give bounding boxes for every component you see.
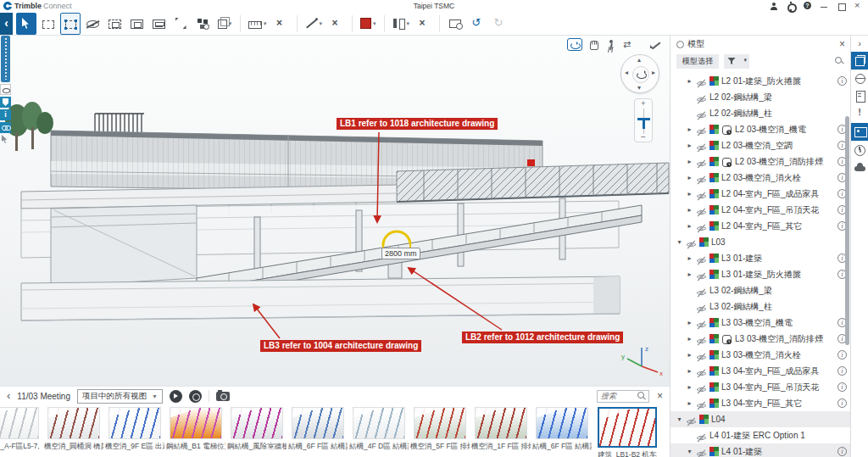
visibility-off-icon[interactable] bbox=[696, 141, 707, 150]
nav-up-icon[interactable]: ▴ bbox=[637, 56, 641, 64]
expand-arrow-icon[interactable]: ▸ bbox=[686, 383, 693, 391]
info-icon[interactable]: i bbox=[837, 447, 847, 456]
visibility-off-icon[interactable] bbox=[686, 415, 697, 424]
model-filter-button[interactable] bbox=[724, 54, 749, 69]
visibility-off-icon[interactable] bbox=[696, 286, 707, 295]
info-icon[interactable]: i bbox=[837, 398, 847, 408]
view-thumbnail[interactable]: 機空消_9F E區 出通 bbox=[108, 407, 161, 452]
expand-arrow-icon[interactable]: ▸ bbox=[686, 206, 693, 214]
model-tree-row[interactable]: L2 02-鋼結構_柱 bbox=[670, 105, 850, 121]
orbit-tool-button[interactable] bbox=[567, 38, 582, 51]
expand-arrow-icon[interactable]: ▾ bbox=[686, 448, 693, 455]
model-tree-row[interactable]: L3 02-鋼結構_柱 bbox=[670, 298, 850, 315]
toolbar-fit-to-view-button[interactable] bbox=[170, 13, 191, 35]
help-icon[interactable] bbox=[803, 2, 812, 11]
expand-arrow-icon[interactable]: ▸ bbox=[686, 125, 693, 133]
toolbar-view-state-save-button[interactable] bbox=[148, 13, 169, 35]
rail-info-button[interactable] bbox=[851, 105, 868, 123]
model-tree-row[interactable]: ▸L3 04-室内_F區_其它i bbox=[670, 395, 850, 411]
link-icon[interactable] bbox=[0, 122, 11, 133]
visibility-off-icon[interactable] bbox=[696, 205, 707, 215]
visibility-off-icon[interactable] bbox=[696, 350, 707, 359]
visibility-off-icon[interactable] bbox=[696, 431, 707, 440]
model-tree-row[interactable]: L2 02-鋼結構_梁 bbox=[670, 89, 850, 105]
visibility-off-icon[interactable] bbox=[696, 173, 707, 182]
expand-arrow-icon[interactable]: ▸ bbox=[686, 158, 693, 165]
expand-arrow-icon[interactable]: ▸ bbox=[686, 399, 693, 407]
toolbar-section-clear-button[interactable] bbox=[414, 13, 434, 35]
model-tree-row[interactable]: ▸L2 03-機空消_空調i bbox=[670, 137, 850, 153]
visibility-off-icon[interactable] bbox=[696, 254, 707, 263]
toolbar-markup-color-button[interactable]: ▾ bbox=[358, 13, 379, 35]
rail-todo-button[interactable] bbox=[851, 87, 868, 105]
expand-arrow-icon[interactable]: ▸ bbox=[686, 190, 693, 198]
zoom-slider[interactable]: + − bbox=[634, 98, 653, 142]
toolbar-select-cursor-button[interactable] bbox=[16, 13, 36, 35]
model-tree-row[interactable]: ▸L2 04-室内_F區_其它i bbox=[670, 218, 850, 234]
viewport-3d[interactable]: z x y LB1 refer to 1018 architecture dra… bbox=[0, 36, 670, 386]
zoom-in-button[interactable]: + bbox=[635, 99, 652, 108]
visibility-off-icon[interactable] bbox=[696, 221, 707, 231]
maximize-icon[interactable] bbox=[837, 2, 846, 11]
visibility-off-icon[interactable] bbox=[696, 382, 707, 392]
expand-arrow-icon[interactable]: ▸ bbox=[686, 222, 693, 230]
annotation-lb2[interactable]: LB2 refer to 1012 architecture drawing bbox=[462, 332, 623, 343]
settings-icon[interactable] bbox=[786, 2, 795, 11]
expand-arrow-icon[interactable]: ▸ bbox=[686, 142, 693, 149]
collapse-chevron-icon[interactable]: › bbox=[858, 38, 861, 51]
model-tree-row[interactable]: ▸L3 01-建築i bbox=[670, 250, 850, 266]
nav-down-icon[interactable]: ▾ bbox=[637, 84, 641, 92]
info-icon[interactable]: i bbox=[837, 366, 847, 376]
view-swap-button[interactable] bbox=[620, 38, 636, 51]
rail-views-button[interactable] bbox=[851, 123, 868, 141]
visibility-off-icon[interactable] bbox=[696, 398, 707, 408]
panel-search-icon[interactable] bbox=[835, 57, 844, 66]
model-tree-row[interactable]: ▸L2 03-機空消_機電i bbox=[670, 121, 850, 137]
views-back-chevron-icon[interactable]: ‹ bbox=[7, 388, 10, 404]
walk-tool-button[interactable] bbox=[603, 38, 618, 51]
info-icon[interactable]: i bbox=[837, 76, 847, 86]
expand-arrow-icon[interactable]: ▾ bbox=[676, 415, 683, 423]
pan-tool-button[interactable] bbox=[585, 38, 600, 51]
toolbar-view-state-dashed-button[interactable] bbox=[104, 13, 125, 35]
rail-history-button[interactable] bbox=[851, 141, 868, 159]
visibility-off-icon[interactable] bbox=[686, 237, 697, 247]
visibility-off-icon[interactable] bbox=[696, 302, 707, 311]
visibility-off-icon[interactable] bbox=[696, 109, 707, 118]
view-thumbnail[interactable]: 結構_6F F區 結構梁 bbox=[292, 407, 344, 452]
user-icon[interactable] bbox=[769, 2, 778, 11]
toolbar-measure-clear-button[interactable] bbox=[271, 13, 292, 35]
model-tree-row[interactable]: ▾L04 bbox=[670, 411, 850, 427]
toolbar-back-button[interactable] bbox=[0, 13, 13, 35]
nav-orbit-icon[interactable] bbox=[632, 66, 649, 83]
model-tree-row[interactable]: ▸L3 04-室内_F區_吊頂天花i bbox=[670, 379, 850, 395]
annotation-lb3[interactable]: LB3 refer to 1004 architecture drawing bbox=[260, 340, 421, 352]
shield-icon[interactable] bbox=[0, 97, 11, 108]
visibility-off-icon[interactable] bbox=[696, 270, 707, 279]
model-tree-row[interactable]: ▾L03 bbox=[670, 234, 850, 250]
rail-explorer-button[interactable] bbox=[851, 70, 868, 87]
toolbar-section-button[interactable]: ▾ bbox=[390, 13, 413, 35]
model-tree-row[interactable]: ▾L4 01-建築i bbox=[670, 443, 850, 457]
model-tree-row[interactable]: ▸L3 01-建築_防火捲簾i bbox=[670, 266, 850, 282]
play-views-button[interactable] bbox=[170, 390, 182, 403]
toolbar-model-group-button[interactable] bbox=[192, 13, 213, 35]
model-tree-row[interactable]: ▸L3 03-機空消_消防排煙i bbox=[670, 331, 850, 347]
model-tree-row[interactable]: ▸L3 03-機空消_機電i bbox=[670, 315, 850, 331]
zoom-handle[interactable] bbox=[637, 118, 650, 120]
view-thumbnail[interactable]: 結構_6F F區 結構梁 bbox=[536, 407, 588, 452]
view-thumbnail[interactable]: 鋼結構_B1 電梯位置 bbox=[170, 407, 222, 452]
views-filter-dropdown[interactable]: 项目中的所有视图 ▼ bbox=[77, 389, 163, 404]
expand-arrow-icon[interactable]: ▸ bbox=[686, 77, 693, 85]
annotation-lb1[interactable]: LB1 refer to 1018 architecture drawing bbox=[337, 118, 498, 130]
close-icon[interactable] bbox=[854, 2, 863, 11]
view-thumbnail[interactable]: 機空消_5F F區 排煙 bbox=[414, 407, 466, 452]
expand-arrow-icon[interactable]: ▸ bbox=[686, 351, 693, 359]
toolbar-markup-clear-button[interactable] bbox=[326, 13, 347, 35]
view-thumbnail[interactable]: 建筑_LB1-B2 机车坡 bbox=[597, 407, 658, 457]
expand-arrow-icon[interactable]: ▸ bbox=[686, 319, 693, 326]
toolbar-view-state-button[interactable] bbox=[126, 13, 147, 35]
rail-cloud-button[interactable] bbox=[851, 159, 868, 176]
toolbar-group-select-button[interactable] bbox=[60, 13, 81, 35]
nav-left-icon[interactable]: ◂ bbox=[625, 69, 628, 76]
